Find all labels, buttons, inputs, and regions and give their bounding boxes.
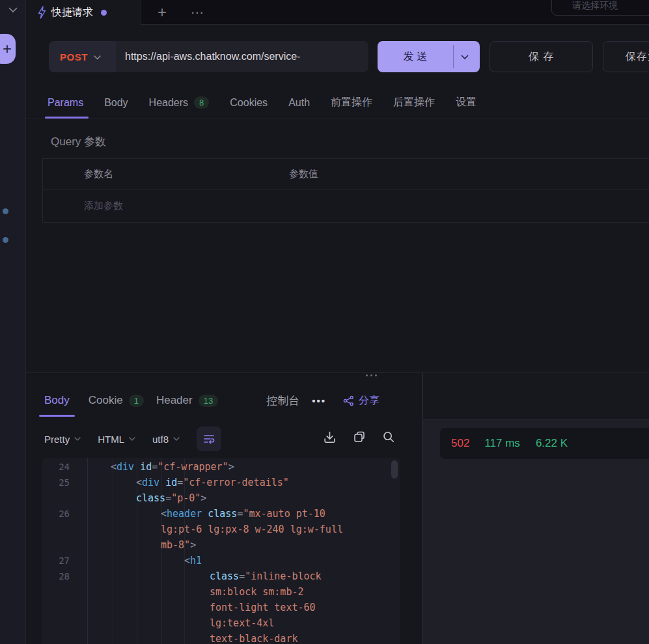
response-tab-控制台[interactable]: 控制台 (266, 384, 301, 417)
code-line[interactable]: font-light text-60 (88, 600, 391, 615)
status-code: 502 (451, 437, 469, 450)
request-tab-Params[interactable]: Params (48, 87, 83, 119)
add-param-label: 添加参数 (43, 200, 289, 212)
chevron-down-icon (94, 55, 101, 60)
tab-label: 控制台 (266, 393, 299, 408)
tab-quick-request[interactable]: 快捷请求 (26, 0, 141, 25)
request-tab-Body[interactable]: Body (104, 87, 128, 119)
rail-indicator-dot (3, 208, 8, 214)
word-wrap-button[interactable] (197, 427, 221, 451)
editor-scrollbar[interactable] (391, 460, 398, 479)
language-value: HTML (98, 434, 124, 445)
request-tab-Auth[interactable]: Auth (288, 87, 310, 119)
tab-label: Headers (149, 97, 188, 109)
divider (453, 45, 454, 68)
request-tab-Headers[interactable]: Headers8 (149, 87, 210, 119)
method-select[interactable]: POST (49, 41, 116, 72)
tab-label: 设置 (456, 96, 476, 109)
language-select[interactable]: HTML (98, 434, 135, 445)
response-size: 6.22 K (536, 437, 568, 450)
request-tabs: ParamsBodyHeaders8CookiesAuth前置操作后置操作设置 (26, 87, 649, 119)
code-line[interactable]: mb-8"> (88, 537, 391, 553)
line-number: 28 (42, 568, 70, 584)
app-window: + 快捷请求 + ⋯ 请选择环境 POST https://api-aws.ch… (0, 0, 649, 644)
table-header-row: 参数名 参数值 (43, 159, 649, 190)
copy-icon[interactable] (353, 430, 366, 443)
environment-placeholder: 请选择环境 (572, 0, 618, 12)
column-param-value: 参数值 (289, 168, 649, 180)
lightning-icon (37, 6, 47, 19)
share-label: 分享 (359, 394, 380, 408)
search-icon[interactable] (382, 430, 395, 443)
count-badge: 1 (129, 395, 144, 407)
tab-label: Header (156, 394, 193, 407)
share-icon (343, 395, 354, 406)
left-rail: + (0, 0, 26, 644)
line-number: 25 (42, 475, 70, 490)
code-line[interactable]: sm:block sm:mb-2 (88, 584, 391, 600)
code-lines: <div id="cf-wrapper"><div id="cf-error-d… (88, 459, 391, 644)
tab-label: Params (48, 97, 83, 109)
code-line[interactable]: lg:pt-6 lg:px-8 w-240 lg:w-full (88, 522, 391, 537)
response-status-bar: 502 117 ms 6.22 K (440, 428, 649, 459)
environment-select[interactable]: 请选择环境 (551, 0, 649, 16)
line-number: 27 (42, 553, 70, 568)
response-tab-Body[interactable]: Body (44, 384, 70, 417)
tab-title: 快捷请求 (51, 6, 93, 20)
code-line[interactable]: class="inline-block (88, 568, 391, 584)
request-url-bar: POST https://api-aws.chatknow.com/servic… (49, 41, 368, 72)
url-input[interactable]: https://api-aws.chatknow.com/service- (125, 41, 366, 72)
line-number: 26 (42, 506, 70, 522)
tab-label: Auth (288, 97, 310, 109)
code-line[interactable]: <header class="mx-auto pt-10 (88, 506, 391, 522)
response-body-editor[interactable]: 2425262728 <div id="cf-wrapper"><div id=… (42, 458, 400, 644)
splitter-handle-icon[interactable] (366, 374, 377, 376)
save-button[interactable]: 保 存 (490, 41, 593, 72)
send-label: 发 送 (378, 41, 453, 72)
send-button[interactable]: 发 送 (378, 41, 480, 72)
response-tabs: BodyCookie1Header13控制台 (44, 384, 301, 417)
download-icon[interactable] (323, 430, 337, 444)
tab-label: Cookies (230, 97, 268, 109)
tab-label: Body (44, 394, 70, 407)
request-tab-前置操作[interactable]: 前置操作 (331, 87, 372, 119)
response-tab-Cookie[interactable]: Cookie1 (89, 384, 144, 417)
rail-indicator-dot (3, 237, 8, 243)
method-label: POST (60, 51, 88, 63)
column-param-name: 参数名 (43, 168, 289, 180)
code-line[interactable]: class="p-0"> (88, 490, 391, 506)
tab-label: Cookie (89, 394, 123, 407)
request-tab-设置[interactable]: 设置 (456, 87, 476, 119)
tab-more-menu[interactable]: ⋯ (184, 0, 212, 24)
collapse-chevron-icon[interactable] (8, 7, 18, 13)
save-as-button[interactable]: 保存为 (603, 41, 649, 72)
line-number: 24 (42, 459, 70, 475)
request-tab-后置操作[interactable]: 后置操作 (393, 87, 435, 119)
format-value: Pretty (44, 434, 70, 445)
share-button[interactable]: 分享 (343, 394, 380, 408)
code-line[interactable]: <div id="cf-error-details" (88, 475, 391, 490)
response-tab-Header[interactable]: Header13 (156, 384, 218, 417)
plus-icon: + (158, 3, 167, 21)
encoding-select[interactable]: utf8 (152, 434, 180, 445)
code-line[interactable]: lg:text-4xl (88, 615, 391, 631)
count-badge: 13 (199, 395, 218, 407)
query-section-title: Query 参数 (51, 134, 106, 149)
response-meta-header (423, 373, 649, 420)
format-select[interactable]: Pretty (44, 434, 81, 445)
unsaved-dot-icon (101, 10, 107, 16)
code-line[interactable]: <h1 (88, 553, 391, 568)
tabs-overflow-icon[interactable]: ••• (312, 395, 326, 406)
new-request-button[interactable]: + (0, 34, 16, 64)
code-gutter: 2425262728 (42, 459, 81, 644)
plus-icon: + (3, 40, 12, 58)
word-wrap-icon (203, 434, 215, 444)
tab-label: Body (104, 97, 128, 109)
add-param-row[interactable]: 添加参数 (43, 190, 649, 223)
vertical-divider[interactable] (422, 373, 423, 644)
code-line[interactable]: text-black-dark (88, 631, 391, 644)
code-line[interactable]: <div id="cf-wrapper"> (88, 459, 391, 475)
chevron-down-icon[interactable] (461, 55, 469, 60)
new-tab-button[interactable]: + (148, 0, 176, 24)
request-tab-Cookies[interactable]: Cookies (230, 87, 268, 119)
